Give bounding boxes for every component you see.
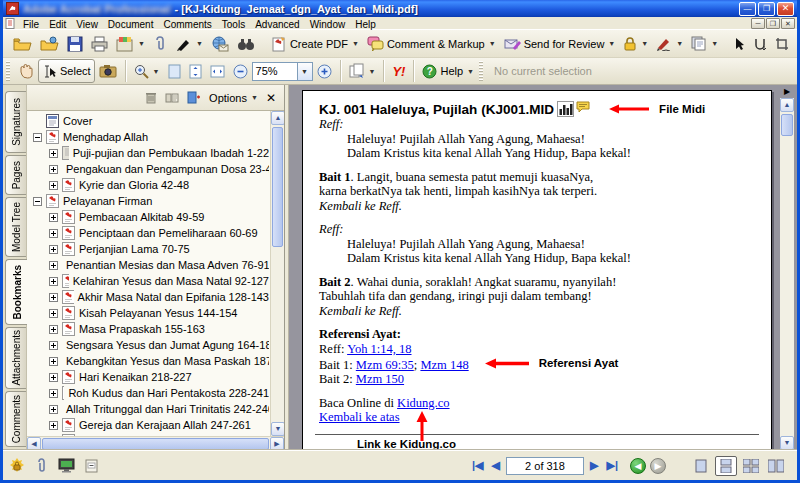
plus-toggle-icon[interactable] [49,165,58,174]
plus-toggle-icon[interactable] [49,405,58,414]
scrollbar-thumb[interactable] [781,114,793,136]
bookmark-item[interactable]: Pelayanan Firman [29,193,269,209]
create-pdf-button[interactable]: Create PDF▼ [267,32,363,56]
bookmark-item[interactable]: Penciptaan dan Pemeliharaan 60-69 [29,225,269,241]
new-bookmark-button[interactable] [187,91,201,104]
options-menu-button[interactable]: Options▼ [209,92,258,104]
doc-close-button[interactable]: ✕ [781,18,795,29]
comment-note-icon[interactable] [576,100,591,113]
fit-width-button[interactable] [206,59,229,83]
scroll-left-button[interactable]: ◀ [27,437,41,451]
link-tool-button[interactable] [793,32,800,56]
select-tool-arrow[interactable] [730,32,749,56]
help-button[interactable]: ?Help▼ [418,59,478,83]
page-indicator-input[interactable]: 2 of 318 [506,457,584,475]
scroll-up-button[interactable]: ▲ [271,111,284,125]
bookmark-item[interactable]: Gereja dan Kerajaan Allah 247-261 [29,417,269,433]
page-display-button[interactable]: ▼ [345,59,380,83]
fit-page-button[interactable] [185,59,206,83]
menu-view[interactable]: View [71,19,103,30]
email-button[interactable] [207,32,233,56]
scripture-link[interactable]: Yoh 1:14, 18 [347,342,411,356]
single-page-layout-button[interactable] [690,456,712,476]
zoom-out-button[interactable] [229,59,252,83]
bookmark-item[interactable]: Masa Prapaskah 155-163 [29,321,269,337]
plus-toggle-icon[interactable] [49,149,58,158]
plus-toggle-icon[interactable] [49,245,58,254]
bookmark-item[interactable]: Sengsara Yesus dan Jumat Agung 164-186 [29,337,269,353]
save-button[interactable] [63,32,87,56]
facing-layout-button[interactable] [765,456,787,476]
midi-attachment-icon[interactable] [557,101,574,117]
actual-size-button[interactable] [164,59,185,83]
tab-comments[interactable]: Comments [5,391,26,447]
bookmark-item[interactable]: Penantian Mesias dan Masa Adven 76-91 [29,257,269,273]
scrollbar-thumb[interactable] [42,438,269,450]
bookmark-item[interactable]: Puji-pujian dan Pembukaan Ibadah 1-22 [29,145,269,161]
send-for-review-button[interactable]: Send for Review▼ [500,32,620,56]
plus-toggle-icon[interactable] [49,341,58,350]
plus-toggle-icon[interactable] [49,213,58,222]
plus-toggle-icon[interactable] [49,229,58,238]
menu-file[interactable]: File [18,19,44,30]
bookmark-item[interactable]: Perjanjian Lama 70-75 [29,241,269,257]
tab-bookmarks[interactable]: Bookmarks [5,259,28,325]
bookmark-item[interactable]: Kisah Pelayanan Yesus 144-154 [29,305,269,321]
tab-attachments[interactable]: Attachments [5,327,26,389]
minus-toggle-icon[interactable] [33,197,42,206]
comment-markup-button[interactable]: Comment & Markup▼ [363,32,500,56]
zoom-in-button[interactable] [313,59,336,83]
attach-button[interactable] [149,32,172,56]
bookmark-item[interactable]: Kelahiran Yesus dan Masa Natal 92-127 [29,273,269,289]
menu-help[interactable]: Help [350,19,381,30]
zoom-level-input[interactable]: 75% [252,62,298,81]
plus-toggle-icon[interactable] [49,421,58,430]
secure-button[interactable]: ▼ [619,32,652,56]
zoom-dropdown-arrow[interactable]: ▼ [298,62,313,81]
continuous-facing-layout-button[interactable] [740,456,762,476]
forms-button[interactable]: ▼ [687,32,722,56]
organizer-button[interactable]: ▼ [112,32,149,56]
open-button[interactable] [9,32,36,56]
hand-tool-button[interactable] [13,59,38,83]
menu-document[interactable]: Document [103,19,159,30]
previous-page-button[interactable]: ◀ [490,459,502,472]
screen-status-icon[interactable] [58,458,75,473]
next-view-button[interactable]: ▶ [650,458,666,474]
bookmarks-hscrollbar[interactable]: ◀ ▶ [27,436,284,450]
scroll-down-button[interactable]: ▼ [780,436,794,450]
crop-button[interactable] [771,32,793,56]
document-scrollbar[interactable]: ▲ ▼ [780,98,794,450]
menu-advanced[interactable]: Advanced [250,19,304,30]
plus-toggle-icon[interactable] [49,181,58,190]
sign-pen-button[interactable]: ▼ [172,32,207,56]
bookmark-item[interactable]: Kebangkitan Yesus dan Masa Paskah 187-21… [29,353,269,369]
yahoo-button[interactable]: Y! [388,59,409,83]
first-page-button[interactable]: |◀ [470,459,486,472]
scroll-right-button[interactable]: ▶ [270,437,284,451]
touchup-order-button[interactable] [749,32,771,56]
bookmark-item[interactable]: Kyrie dan Gloria 42-48 [29,177,269,193]
toolbar-grip[interactable] [6,61,10,81]
page-size-status-icon[interactable] [85,459,98,473]
pane-menu-button[interactable]: ▶ [781,86,793,98]
select-tool-button[interactable]: Select [38,59,95,83]
expand-bookmark-button[interactable] [165,92,179,104]
open-organizer-button[interactable] [36,32,63,56]
bookmarks-scrollbar[interactable]: ▲ ▼ [270,111,284,436]
doc-minimize-button[interactable]: ─ [751,18,765,29]
scripture-link[interactable]: Mzm 150 [356,372,404,386]
toolbar-grip[interactable] [479,61,483,81]
plus-toggle-icon[interactable] [49,293,58,302]
bookmark-item[interactable]: Akhir Masa Natal dan Epifania 128-143 [29,289,269,305]
bookmark-item[interactable]: Allah Tritunggal dan Hari Trinitatis 242… [29,401,269,417]
plus-toggle-icon[interactable] [49,277,58,286]
sign-button[interactable]: ▼ [652,32,687,56]
scripture-link[interactable]: Mzm 69:35 [356,358,414,372]
delete-bookmark-button[interactable] [145,91,157,104]
tab-model-tree[interactable]: Model Tree [5,197,26,257]
security-status-icon[interactable] [9,458,25,474]
bookmark-item[interactable]: Roh Kudus dan Hari Pentakosta 228-241 [29,385,269,401]
print-button[interactable] [87,32,112,56]
bookmark-item[interactable]: Menghadap Allah [29,129,269,145]
